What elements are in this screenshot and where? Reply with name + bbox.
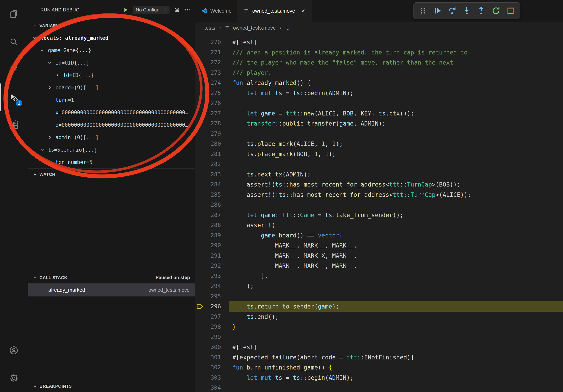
variable-row[interactable]: id = ID{...} xyxy=(28,69,195,81)
gutter-marker[interactable] xyxy=(195,149,205,159)
code-line-300[interactable]: 300#[test] xyxy=(195,342,563,352)
gutter-marker[interactable] xyxy=(195,210,205,220)
call-stack-frame[interactable]: already_markedowned_tests.move xyxy=(28,283,195,297)
code-line-287[interactable]: 287 let game: ttt::Game = ts.take_from_s… xyxy=(195,210,563,220)
debug-settings-gear-icon[interactable] xyxy=(174,7,180,13)
code-line-278[interactable]: 278 transfer::public_transfer(game, ADMI… xyxy=(195,118,563,129)
gutter-marker[interactable] xyxy=(195,108,205,119)
activity-extensions[interactable] xyxy=(0,111,28,139)
gutter-marker[interactable] xyxy=(195,169,205,180)
breadcrumb-item-tests[interactable]: tests xyxy=(204,25,215,31)
code-line-281[interactable]: 281 ts.place_mark(BOB, 1, 1); xyxy=(195,149,563,159)
gutter-marker[interactable] xyxy=(195,220,205,230)
code-line-276[interactable]: 276 xyxy=(195,98,563,108)
debug-restart-button[interactable] xyxy=(489,4,502,17)
gutter-marker[interactable] xyxy=(195,261,205,271)
variable-row[interactable]: turn = 1 xyxy=(28,94,195,106)
activity-account[interactable] xyxy=(0,336,28,364)
code-line-277[interactable]: 277 let game = ttt::new(ALICE, BOB, KEY,… xyxy=(195,108,563,119)
variable-row[interactable]: board = (9)[...] xyxy=(28,81,195,94)
gutter-marker[interactable] xyxy=(195,342,205,352)
code-line-279[interactable]: 279 xyxy=(195,129,563,139)
gutter-marker[interactable] xyxy=(195,251,205,261)
gutter-marker[interactable] xyxy=(195,383,205,392)
code-line-302[interactable]: 302fun burn_unfinished_game() { xyxy=(195,362,563,373)
debug-step-over-button[interactable] xyxy=(446,4,459,17)
gutter-marker[interactable] xyxy=(195,362,205,373)
gutter-marker[interactable] xyxy=(195,271,205,281)
code-line-275[interactable]: 275 let mut ts = ts::begin(ADMIN); xyxy=(195,88,563,98)
activity-settings[interactable] xyxy=(0,364,28,392)
variables-section-header[interactable]: VARIABLES xyxy=(28,20,195,32)
code-line-301[interactable]: 301#[expected_failure(abort_code = ttt::… xyxy=(195,352,563,363)
gutter-marker[interactable] xyxy=(195,281,205,291)
gutter-marker[interactable] xyxy=(195,301,205,312)
call-stack-section-header[interactable]: CALL STACK Paused on step xyxy=(28,272,195,283)
breadcrumb-item-file[interactable]: owned_tests.move xyxy=(233,25,276,31)
gutter-marker[interactable] xyxy=(195,139,205,149)
code-line-280[interactable]: 280 ts.place_mark(ALICE, 1, 1); xyxy=(195,139,563,149)
gutter-marker[interactable] xyxy=(195,129,205,139)
code-line-298[interactable]: 298} xyxy=(195,322,563,332)
debug-continue-button[interactable] xyxy=(431,4,444,17)
gutter-marker[interactable] xyxy=(195,88,205,98)
code-line-272[interactable]: 272/// the player who made the "false" m… xyxy=(195,57,563,68)
gutter-marker[interactable] xyxy=(195,291,205,301)
gutter-marker[interactable] xyxy=(195,352,205,363)
debug-stop-button[interactable] xyxy=(504,4,517,17)
activity-run-debug[interactable]: 1 xyxy=(0,83,28,111)
variable-row[interactable]: txn_number = 5 xyxy=(28,156,195,168)
gutter-marker[interactable] xyxy=(195,68,205,78)
gutter-marker[interactable] xyxy=(195,230,205,241)
activity-source-control[interactable] xyxy=(0,56,28,83)
code-line-273[interactable]: 273/// player. xyxy=(195,68,563,78)
variable-row[interactable]: o = 000000000000000000000000000000000000… xyxy=(28,119,195,131)
code-line-286[interactable]: 286 xyxy=(195,200,563,210)
gutter-marker[interactable] xyxy=(195,47,205,58)
gutter-marker[interactable] xyxy=(195,373,205,383)
gutter-marker[interactable] xyxy=(195,57,205,68)
breakpoints-section-header[interactable]: BREAKPOINTS xyxy=(28,380,195,392)
tab-owned-tests-move[interactable]: owned_tests.move xyxy=(238,0,312,22)
code-editor[interactable]: 270#[test]271/// When a position is alre… xyxy=(195,34,563,392)
code-line-296[interactable]: 296 ts.return_to_sender(game); xyxy=(195,301,563,312)
variable-row[interactable]: x = 000000000000000000000000000000000000… xyxy=(28,106,195,119)
watch-section-header[interactable]: WATCH xyxy=(28,168,195,180)
code-line-271[interactable]: 271/// When a position is already marked… xyxy=(195,47,563,58)
variable-row[interactable]: ts = Scenario{...} xyxy=(28,144,195,156)
gutter-marker[interactable] xyxy=(195,78,205,88)
code-line-299[interactable]: 299 xyxy=(195,332,563,342)
gutter-marker[interactable] xyxy=(195,322,205,332)
code-line-293[interactable]: 293 ], xyxy=(195,271,563,281)
close-icon[interactable] xyxy=(301,8,306,13)
tab-welcome[interactable]: Welcome xyxy=(195,0,238,22)
code-line-304[interactable]: 304 xyxy=(195,383,563,392)
activity-search[interactable] xyxy=(0,28,28,56)
code-line-282[interactable]: 282 xyxy=(195,159,563,169)
debug-config-dropdown[interactable]: No Configur xyxy=(133,6,169,14)
code-line-294[interactable]: 294 ); xyxy=(195,281,563,291)
code-line-289[interactable]: 289 game.board() == vector[ xyxy=(195,230,563,241)
gutter-marker[interactable] xyxy=(195,240,205,251)
gutter-marker[interactable] xyxy=(195,159,205,169)
breadcrumb-item-symbol[interactable]: ... xyxy=(285,25,290,31)
code-line-274[interactable]: 274fun already_marked() { xyxy=(195,78,563,88)
debug-step-into-button[interactable] xyxy=(460,4,473,17)
code-line-285[interactable]: 285 assert!(!ts::has_most_recent_for_add… xyxy=(195,190,563,200)
gutter-marker[interactable] xyxy=(195,190,205,200)
debug-toolbar-drag-handle[interactable] xyxy=(416,4,429,17)
gutter-marker[interactable] xyxy=(195,200,205,210)
variables-scope-row[interactable]: locals: already_marked xyxy=(28,32,195,44)
gutter-marker[interactable] xyxy=(195,179,205,190)
code-line-295[interactable]: 295 xyxy=(195,291,563,301)
gutter-marker[interactable] xyxy=(195,37,205,47)
code-line-297[interactable]: 297 ts.end(); xyxy=(195,312,563,322)
code-line-270[interactable]: 270#[test] xyxy=(195,37,563,47)
code-line-290[interactable]: 290 MARK__, MARK__, MARK__, xyxy=(195,240,563,251)
code-line-291[interactable]: 291 MARK__, MARK_X, MARK__, xyxy=(195,251,563,261)
gutter-marker[interactable] xyxy=(195,98,205,108)
code-line-283[interactable]: 283 ts.next_tx(ADMIN); xyxy=(195,169,563,180)
code-line-292[interactable]: 292 MARK__, MARK__, MARK__, xyxy=(195,261,563,271)
variable-row[interactable]: id = UID{...} xyxy=(28,56,195,69)
variable-row[interactable]: admin = (0)[...] xyxy=(28,131,195,144)
